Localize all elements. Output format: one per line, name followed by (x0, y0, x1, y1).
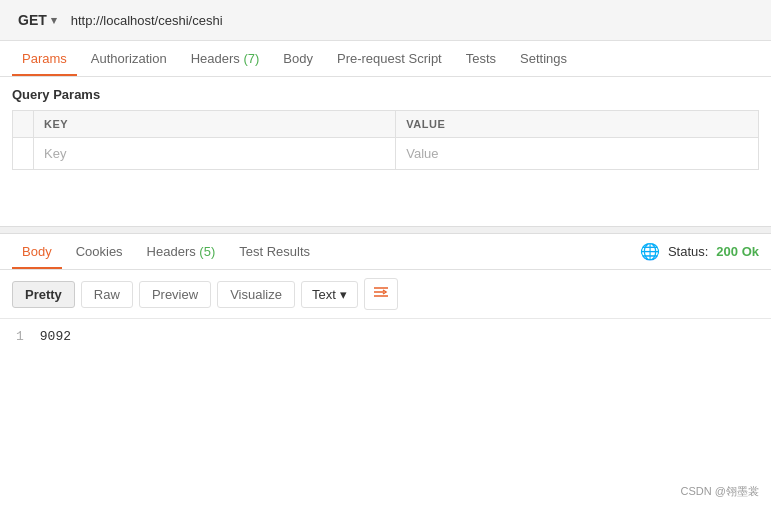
tab-response-cookies[interactable]: Cookies (66, 234, 133, 269)
response-content-1: 9092 (40, 329, 71, 344)
tab-tests[interactable]: Tests (456, 41, 506, 76)
method-chevron-icon: ▾ (51, 14, 57, 27)
params-row-check (13, 138, 34, 170)
format-bar: Pretty Raw Preview Visualize Text ▾ (0, 270, 771, 319)
status-code: 200 Ok (716, 244, 759, 259)
query-params-title: Query Params (12, 87, 759, 102)
params-col-key: KEY (34, 111, 396, 138)
text-format-dropdown[interactable]: Text ▾ (301, 281, 358, 308)
wrap-button[interactable] (364, 278, 398, 310)
params-col-check (13, 111, 34, 138)
response-headers-badge: (5) (199, 244, 215, 259)
params-row-empty: Key Value (13, 138, 759, 170)
method-label: GET (18, 12, 47, 28)
tab-response-body[interactable]: Body (12, 234, 62, 269)
url-input[interactable] (71, 13, 759, 28)
response-tabs: Body Cookies Headers (5) Test Results (12, 234, 640, 269)
params-key-input[interactable]: Key (34, 138, 396, 170)
response-section: Body Cookies Headers (5) Test Results 🌐 … (0, 234, 771, 354)
method-dropdown[interactable]: GET ▾ (12, 8, 63, 32)
format-btn-pretty[interactable]: Pretty (12, 281, 75, 308)
globe-icon: 🌐 (640, 242, 660, 261)
tab-settings[interactable]: Settings (510, 41, 577, 76)
query-params-section: Query Params KEY VALUE Key Value (0, 77, 771, 176)
wrap-icon (373, 284, 389, 300)
format-btn-preview[interactable]: Preview (139, 281, 211, 308)
tab-response-testresults[interactable]: Test Results (229, 234, 320, 269)
params-col-value: VALUE (396, 111, 759, 138)
line-number-1: 1 (16, 329, 24, 344)
tab-prerequest[interactable]: Pre-request Script (327, 41, 452, 76)
section-divider (0, 226, 771, 234)
headers-badge: (7) (243, 51, 259, 66)
tab-response-headers[interactable]: Headers (5) (137, 234, 226, 269)
format-btn-raw[interactable]: Raw (81, 281, 133, 308)
format-btn-visualize[interactable]: Visualize (217, 281, 295, 308)
watermark: CSDN @翎墨裳 (681, 484, 759, 499)
tab-authorization[interactable]: Authorization (81, 41, 177, 76)
response-body: 19092 (0, 319, 771, 354)
response-tabs-row: Body Cookies Headers (5) Test Results 🌐 … (0, 234, 771, 270)
tab-params[interactable]: Params (12, 41, 77, 76)
status-label: Status: (668, 244, 708, 259)
spacer (0, 176, 771, 226)
text-format-label: Text (312, 287, 336, 302)
params-table: KEY VALUE Key Value (12, 110, 759, 170)
url-bar: GET ▾ (0, 0, 771, 41)
response-status: 🌐 Status: 200 Ok (640, 242, 759, 261)
tab-body[interactable]: Body (273, 41, 323, 76)
params-value-input[interactable]: Value (396, 138, 759, 170)
request-tabs: Params Authorization Headers (7) Body Pr… (0, 41, 771, 77)
tab-headers[interactable]: Headers (7) (181, 41, 270, 76)
text-dropdown-chevron: ▾ (340, 287, 347, 302)
